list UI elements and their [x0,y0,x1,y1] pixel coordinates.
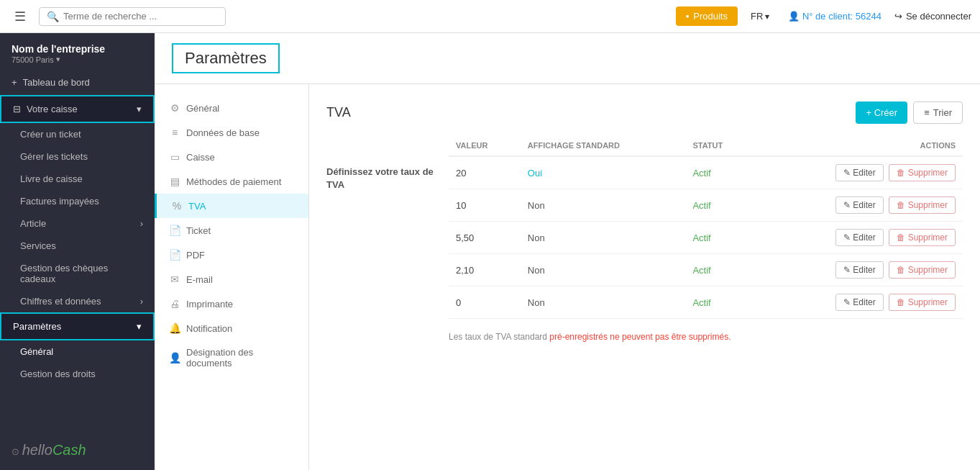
cell-actions-3: ✎ Editer 🗑 Supprimer [754,254,963,286]
subnav-item-pdf[interactable]: 📄 PDF [155,243,308,267]
tva-table-body: 20 Oui Actif ✎ Editer 🗑 Supprimer 10 Non… [449,156,963,319]
cell-valeur-1: 10 [449,189,521,222]
tva-description: Définissez votre taux de TVA [326,135,449,342]
subnav-item-designation-docs[interactable]: 👤 Désignation des documents [155,340,308,375]
ticket-icon: 📄 [169,225,180,236]
sidebar-item-services[interactable]: Services [0,235,155,257]
doc-icon: 👤 [169,352,180,363]
cell-statut-3: Actif [685,254,754,286]
sidebar-logo: ⊙ helloCash [0,430,155,470]
trash-icon: 🗑 [897,265,905,275]
chevron-down-icon: ▾ [137,104,142,114]
tva-table-container: VALEUR AFFICHAGE STANDARD STATUT ACTIONS… [449,135,963,342]
sidebar-item-general[interactable]: Général [0,340,155,363]
col-statut: STATUT [685,135,754,156]
brand-name: Nom de l'entreprise [12,43,143,55]
delete-button-2[interactable]: 🗑 Supprimer [889,229,956,246]
logout-icon: ↪ [894,11,902,22]
sidebar-item-livre-caisse[interactable]: Livre de caisse [0,168,155,190]
edit-button-2[interactable]: ✎ Editer [835,229,884,246]
hamburger-icon[interactable]: ☰ [9,6,32,27]
sub-navigation: ⚙ Général ≡ Données de base ▭ Caisse ▤ M… [155,84,309,470]
delete-button-3[interactable]: 🗑 Supprimer [889,261,956,279]
delete-button-1[interactable]: 🗑 Supprimer [889,196,956,214]
logout-button[interactable]: ↪ Se déconnecter [894,11,971,22]
printer-icon: 🖨 [169,298,180,309]
trash-icon: 🗑 [897,200,905,210]
chevron-right-icon: › [140,296,143,307]
page-title: Paramètres [172,43,280,73]
subnav-item-donnees-base[interactable]: ≡ Données de base [155,120,308,145]
sidebar: Nom de l'entreprise 75000 Paris ▾ + Tabl… [0,33,155,470]
cell-valeur-0: 20 [449,156,521,189]
cell-statut-2: Actif [685,222,754,254]
create-button[interactable]: + Créer [856,101,907,124]
client-number: 👤 N° de client: 56244 [782,11,887,22]
subnav-item-caisse[interactable]: ▭ Caisse [155,145,308,169]
list-icon: ≡ [169,127,180,138]
cell-actions-1: ✎ Editer 🗑 Supprimer [754,189,963,222]
edit-button-3[interactable]: ✎ Editer [835,261,884,279]
card-icon: ▤ [169,176,180,187]
sidebar-item-gerer-tickets[interactable]: Gérer les tickets [0,145,155,168]
user-icon: 👤 [788,11,800,22]
tva-description-text: Définissez votre taux de TVA [326,166,441,191]
edit-icon: ✎ [843,265,851,275]
email-icon: ✉ [169,274,180,285]
cell-valeur-3: 2,10 [449,254,521,286]
sidebar-item-cheques-cadeaux[interactable]: Gestion des chèques cadeaux [0,257,155,290]
cell-statut-0: Actif [685,156,754,189]
sort-button[interactable]: ≡ Trier [913,101,963,124]
edit-button-1[interactable]: ✎ Editer [835,196,884,214]
caisse-icon: ⊟ [13,104,21,114]
gear-icon: ⚙ [169,102,180,114]
trash-icon: 🗑 [897,297,905,307]
chevron-down-icon [765,11,769,22]
edit-button-0[interactable]: ✎ Editer [835,164,884,181]
sidebar-item-chiffres[interactable]: Chiffres et données › [0,290,155,312]
search-bar[interactable]: 🔍 [39,7,226,26]
sort-icon: ≡ [924,107,930,118]
subnav-item-tva[interactable]: % TVA [155,194,308,218]
subnav-item-methodes-paiement[interactable]: ▤ Méthodes de paiement [155,169,308,194]
table-row: 20 Oui Actif ✎ Editer 🗑 Supprimer [449,156,963,189]
subnav-item-ticket[interactable]: 📄 Ticket [155,218,308,243]
sidebar-item-parametres[interactable]: Paramètres ▾ [0,312,155,340]
cell-affichage-2: Non [521,222,686,254]
chevron-down-icon: ▾ [137,321,142,332]
sidebar-item-votre-caisse[interactable]: ⊟ Votre caisse ▾ [0,95,155,123]
sidebar-item-article[interactable]: Article › [0,212,155,235]
cell-affichage-1: Non [521,189,686,222]
bell-icon: 🔔 [169,322,180,334]
cell-valeur-2: 5,50 [449,222,521,254]
logo-icon: ⊙ [12,446,19,457]
trash-icon: 🗑 [897,232,905,243]
subnav-item-general[interactable]: ⚙ Général [155,96,308,120]
content-area: Paramètres ⚙ Général ≡ Données de base ▭… [155,33,980,470]
chevron-down-icon: ▾ [56,55,60,64]
brand-section: Nom de l'entreprise 75000 Paris ▾ [0,33,155,70]
products-icon: ▪ [686,11,690,22]
products-button[interactable]: ▪ Produits [676,6,738,26]
sidebar-item-gestion-droits[interactable]: Gestion des droits [0,363,155,385]
subnav-item-email[interactable]: ✉ E-mail [155,267,308,292]
pdf-icon: 📄 [169,249,180,261]
search-input[interactable] [63,11,218,22]
cell-actions-4: ✎ Editer 🗑 Supprimer [754,286,963,319]
sidebar-item-factures[interactable]: Factures impayées [0,190,155,212]
language-selector[interactable]: FR [745,11,775,22]
subnav-item-notification[interactable]: 🔔 Notification [155,316,308,340]
sidebar-item-creer-ticket[interactable]: Créer un ticket [0,123,155,145]
search-icon: 🔍 [47,11,59,22]
subnav-item-imprimante[interactable]: 🖨 Imprimante [155,292,308,316]
tva-table: VALEUR AFFICHAGE STANDARD STATUT ACTIONS… [449,135,963,319]
chevron-right-icon: › [140,218,143,229]
edit-icon: ✎ [843,232,851,243]
edit-button-4[interactable]: ✎ Editer [835,294,884,311]
delete-button-0[interactable]: 🗑 Supprimer [889,164,956,181]
sidebar-item-dashboard[interactable]: + Tableau de bord [0,70,155,95]
content-header: Paramètres [155,33,980,84]
table-row: 2,10 Non Actif ✎ Editer 🗑 Supprimer [449,254,963,286]
delete-button-4[interactable]: 🗑 Supprimer [889,294,956,311]
edit-icon: ✎ [843,168,851,178]
